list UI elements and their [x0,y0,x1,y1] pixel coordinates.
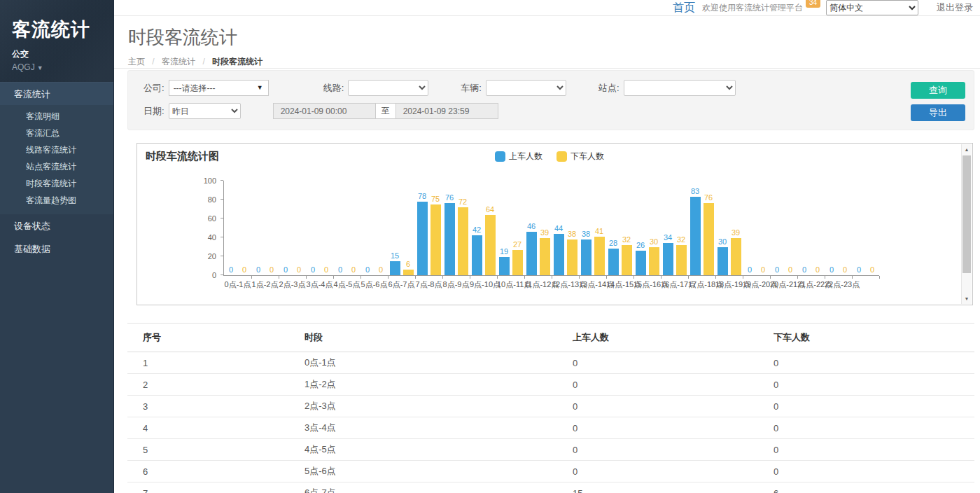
table-row: 32点-3点00 [127,396,974,417]
bar-alighting: 30 [649,247,659,276]
sidebar-item[interactable]: 客流统计 [0,82,113,105]
bar-boarding: 83 [690,197,701,275]
sidebar-subitem[interactable]: 客流量趋势图 [0,192,113,209]
sidebar-subitem[interactable]: 线路客流统计 [0,141,113,158]
home-link[interactable]: 首页 [673,1,695,15]
sidebar-subitem[interactable]: 客流明细 [0,108,113,125]
breadcrumb-separator: / [152,57,154,67]
breadcrumb-home[interactable]: 主页 [128,57,145,67]
bar-group: 0023点-24点 [852,181,879,275]
bar-group: 005点-6点 [360,181,388,275]
language-select[interactable]: 简体中文 [826,0,918,15]
sidebar-subitem[interactable]: 客流汇总 [0,125,113,141]
bar-value-label: 0 [284,265,288,274]
y-tick-label: 0 [212,271,216,279]
station-select[interactable] [624,80,736,96]
scroll-down-icon[interactable]: ▼ [962,293,972,304]
x-tick-label: 10点-11点 [497,279,524,290]
topbar: 首页 欢迎使用客流统计管理平台 34 简体中文 退出登录 [114,0,980,16]
bars: 00 [251,181,279,275]
sidebar-item[interactable]: 设备状态 [0,214,113,237]
table-cell: 4点-5点 [304,439,573,461]
table-cell: 4 [127,417,304,439]
date-to-input[interactable]: 2024-01-09 23:59 [396,103,498,119]
bar-value-label: 26 [636,241,645,249]
bar-value-label: 0 [379,265,383,274]
bar-value-label: 0 [816,265,820,274]
legend-item-alighting[interactable]: 下车人数 [556,151,604,162]
table-row: 54点-5点00 [127,439,974,461]
table-cell: 0 [573,374,774,396]
content: 公司: ---请选择--- ▼ 线路: 车辆: 站点: 日期: 昨日 [114,69,980,493]
chart-panel: 时段车流统计图 上车人数 下车人数 020406080100 000点-1点00… [136,143,973,305]
bar-alighting: 64 [485,215,496,275]
notification-badge[interactable]: 34 [806,0,820,8]
main-area: 首页 欢迎使用客流统计管理平台 34 简体中文 退出登录 时段客流统计 主页 /… [114,0,980,493]
legend-item-boarding[interactable]: 上车人数 [495,151,542,162]
line-select[interactable] [348,80,428,96]
bars: 00 [770,181,797,275]
logout-link[interactable]: 退出登录 [928,1,973,14]
bar-value-label: 0 [857,265,861,274]
company-select-value: ---请选择--- [174,83,216,93]
breadcrumb-parent[interactable]: 客流统计 [162,57,195,67]
x-tick-label: 16点-17点 [661,279,688,290]
bar-group: 463911点-12点 [524,181,552,275]
bar-group: 837617点-18点 [688,181,715,275]
org-switcher[interactable]: AQGJ▼ [12,62,113,72]
query-button[interactable]: 查询 [911,82,965,99]
scrollbar-thumb[interactable] [962,155,971,273]
bar-value-label: 83 [691,187,699,195]
bar-value-label: 0 [351,265,356,274]
vehicle-select[interactable] [486,80,566,96]
bars: 4264 [470,181,497,275]
x-tick-label: 4点-5点 [333,279,360,290]
x-tick-label: 14点-15点 [606,279,634,290]
x-tick-label: 3点-4点 [306,279,333,290]
bar-group: 78757点-8点 [415,181,442,275]
bar-group: 0022点-23点 [825,181,852,275]
bar-alighting: 32 [622,245,632,275]
bar-alighting: 75 [430,204,441,275]
bar-alighting: 32 [676,245,687,275]
bar-value-label: 38 [582,230,590,238]
bar-value-label: 30 [718,237,727,246]
date-preset-select[interactable]: 昨日 [169,103,241,119]
bar-group: 263015点-16点 [634,181,661,275]
bar-alighting: 27 [512,250,523,275]
scroll-up-icon[interactable]: ▲ [962,144,972,155]
table-cell: 6 [127,461,304,482]
station-label: 站点: [598,82,620,95]
org-code-label: AQGJ [12,62,35,72]
sidebar-subitem[interactable]: 时段客流统计 [0,175,113,192]
bar-value-label: 0 [229,265,233,274]
bar-value-label: 0 [843,265,847,274]
date-from-input[interactable]: 2024-01-09 00:00 [273,103,376,119]
bar-group: 000点-1点 [224,181,251,275]
bar-value-label: 0 [870,265,874,274]
bars: 00 [333,181,360,275]
table-cell: 0 [774,439,974,461]
company-select[interactable]: ---请选择--- ▼ [169,80,269,96]
bars: 3432 [661,181,688,275]
table-row: 21点-2点00 [127,374,974,396]
bar-boarding: 34 [663,243,673,275]
export-button[interactable]: 导出 [911,104,965,121]
bar-value-label: 28 [609,239,617,247]
bars: 3039 [715,181,743,275]
table-cell: 0 [573,352,774,374]
bar-value-label: 0 [242,265,246,274]
chart-scrollbar[interactable]: ▲ ▼ [961,144,972,304]
bars: 00 [360,181,388,275]
bar-group: 192710点-11点 [497,181,524,275]
breadcrumb: 主页 / 客流统计 / 时段客流统计 [128,56,980,68]
table-cell: 6 [774,482,974,493]
bar-boarding: 30 [718,247,728,276]
table-cell: 0 [774,461,974,482]
sidebar-item[interactable]: 基础数据 [0,237,113,261]
bar-group: 443812点-13点 [552,181,579,275]
sidebar-subitem[interactable]: 站点客流统计 [0,158,113,175]
sidebar: 客流统计 公交 AQGJ▼ 客流统计客流明细客流汇总线路客流统计站点客流统计时段… [0,0,114,493]
line-label: 线路: [323,82,344,95]
bars: 7875 [415,181,442,275]
